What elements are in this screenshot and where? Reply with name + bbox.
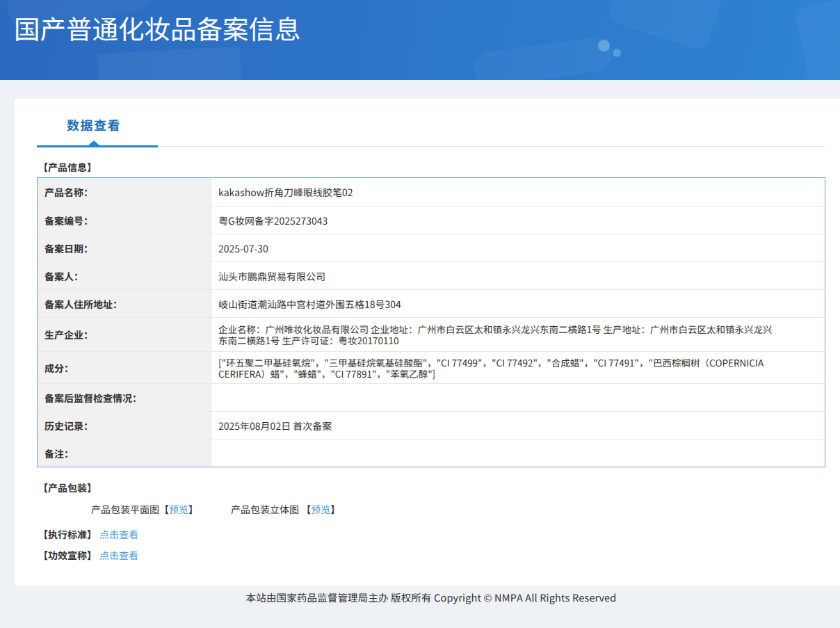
row-value-text: 粤G妆网备字2025273043 <box>218 214 775 227</box>
table-row-supervision: 备案后监督检查情况： <box>38 384 825 412</box>
row-value-text: 汕头市鹏鼎贸易有限公司 <box>218 269 775 283</box>
header-decoration-dot-small <box>613 49 621 57</box>
standard-row: 【执行标准】点击查看 <box>38 529 825 540</box>
product-info-table: 产品名称： kakashow折角刀峰眼线胶笔02 备案编号： 粤G妆网备字202… <box>37 177 825 467</box>
row-value <box>211 384 825 412</box>
table-row-filing-number: 备案编号： 粤G妆网备字2025273043 <box>38 207 825 234</box>
header-decoration-block-left <box>97 47 243 80</box>
table-row-history: 历史记录： 2025年08月02日 首次备案 <box>38 412 825 440</box>
tab-active-triangle-icon <box>88 140 99 145</box>
footer-copyright: 本站由国家药品监督管理局主办 版权所有 Copyright © NMPA All… <box>246 590 617 604</box>
row-value: 企业名称：广州唯妆化妆品有限公司 企业地址：广州市白云区太和镇永兴龙兴东南二横路… <box>211 318 825 352</box>
row-value: kakashow折角刀峰眼线胶笔02 <box>211 178 825 207</box>
efficacy-row: 【功效宣称】点击查看 <box>38 549 825 561</box>
bracket: 】 <box>188 502 198 516</box>
packaging-flat-label: 产品包装平面图 <box>91 502 159 516</box>
row-value: 岐山街道潮汕路中宫村道外围五格18号304 <box>211 290 825 318</box>
header-decoration-dot-large <box>598 40 610 51</box>
bracket: 【 <box>159 502 169 516</box>
bracket: 【 <box>301 502 311 516</box>
row-value-text: 2025-07-30 <box>218 241 775 255</box>
row-value-text: 2025年08月02日 首次备案 <box>218 419 775 433</box>
packaging-3d-label: 产品包装立体图 <box>231 502 301 516</box>
row-label: 备注： <box>38 440 211 467</box>
row-label: 备案编号： <box>38 207 211 234</box>
section-title-packaging: 【产品包装】 <box>38 482 825 494</box>
table-row-filer: 备案人： 汕头市鹏鼎贸易有限公司 <box>38 262 825 290</box>
packaging-previews: 产品包装平面图【预览】产品包装立体图 【预览】 <box>91 504 825 515</box>
row-label: 备案人： <box>38 262 211 290</box>
tab-data-view[interactable]: 数据查看 <box>67 115 121 134</box>
page-title: 国产普通化妆品备案信息 <box>14 14 301 41</box>
row-value-text: 企业名称：广州唯妆化妆品有限公司 企业地址：广州市白云区太和镇永兴龙兴东南二横路… <box>218 323 775 346</box>
header-decoration-corner-right <box>793 0 840 80</box>
page-footer: 本站由国家药品监督管理局主办 版权所有 Copyright © NMPA All… <box>0 590 840 604</box>
row-label: 成分： <box>38 352 211 384</box>
efficacy-view-link[interactable]: 点击查看 <box>99 548 138 562</box>
standard-view-link[interactable]: 点击查看 <box>99 527 138 541</box>
row-value: 2025年08月02日 首次备案 <box>211 412 825 440</box>
row-value-text: kakashow折角刀峰眼线胶笔02 <box>218 185 775 199</box>
row-label: 产品名称： <box>38 178 211 207</box>
page-header: 国产普通化妆品备案信息 <box>0 0 840 80</box>
table-row-filer-address: 备案人住所地址： 岐山街道潮汕路中宫村道外围五格18号304 <box>38 290 825 318</box>
packaging-flat-preview-link[interactable]: 预览 <box>169 502 188 516</box>
row-label: 备案人住所地址： <box>38 290 211 318</box>
table-row-product-name: 产品名称： kakashow折角刀峰眼线胶笔02 <box>38 178 825 207</box>
content-card: 数据查看 【产品信息】 产品名称： kakashow折角刀峰眼线胶笔02 备案编… <box>15 99 840 586</box>
row-value: 粤G妆网备字2025273043 <box>211 207 825 234</box>
row-value: ["环五聚二甲基硅氧烷"，"三甲基硅烷氧基硅酸酯"，"CI 77499"，"CI… <box>211 352 825 384</box>
row-value: 2025-07-30 <box>211 234 825 262</box>
packaging-3d-preview-link[interactable]: 预览 <box>311 502 330 516</box>
row-value-text: 岐山街道潮汕路中宫村道外围五格18号304 <box>218 297 775 311</box>
header-decoration-wedge-right <box>606 0 725 52</box>
tab-active-underline <box>37 145 158 147</box>
section-title-efficacy: 【功效宣称】 <box>38 548 97 562</box>
table-row-filing-date: 备案日期： 2025-07-30 <box>38 234 825 262</box>
row-label: 备案后监督检查情况： <box>38 384 211 412</box>
row-value: 汕头市鹏鼎贸易有限公司 <box>211 262 825 290</box>
table-row-ingredients: 成分： ["环五聚二甲基硅氧烷"，"三甲基硅烷氧基硅酸酯"，"CI 77499"… <box>38 352 825 384</box>
row-value <box>211 440 825 467</box>
table-row-manufacturer: 生产企业： 企业名称：广州唯妆化妆品有限公司 企业地址：广州市白云区太和镇永兴龙… <box>38 318 825 352</box>
tab-bar: 数据查看 <box>37 99 825 147</box>
section-title-standard: 【执行标准】 <box>38 527 97 541</box>
row-label: 历史记录： <box>38 412 211 440</box>
header-decoration-pill-center <box>471 35 613 80</box>
row-value-text: ["环五聚二甲基硅氧烷"，"三甲基硅烷氧基硅酸酯"，"CI 77499"，"CI… <box>218 357 775 379</box>
table-row-remarks: 备注： <box>38 440 825 467</box>
bracket: 】 <box>330 502 340 516</box>
section-title-product-info: 【产品信息】 <box>38 161 825 173</box>
row-label: 备案日期： <box>38 234 211 262</box>
row-label: 生产企业： <box>38 318 211 352</box>
